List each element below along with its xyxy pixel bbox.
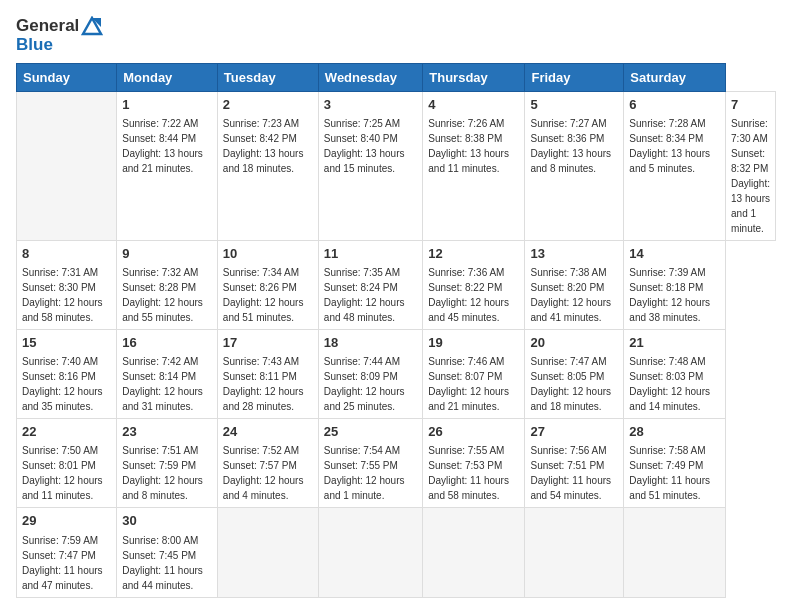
day-number: 26 <box>428 423 519 441</box>
day-number: 2 <box>223 96 313 114</box>
day-number: 27 <box>530 423 618 441</box>
calendar-cell: 4 Sunrise: 7:26 AMSunset: 8:38 PMDayligh… <box>423 91 525 240</box>
day-number: 4 <box>428 96 519 114</box>
day-number: 20 <box>530 334 618 352</box>
day-number: 3 <box>324 96 417 114</box>
day-info: Sunrise: 8:00 AMSunset: 7:45 PMDaylight:… <box>122 535 203 591</box>
calendar-cell: 28 Sunrise: 7:58 AMSunset: 7:49 PMDaylig… <box>624 419 726 508</box>
calendar-cell: 14 Sunrise: 7:39 AMSunset: 8:18 PMDaylig… <box>624 240 726 329</box>
logo: General Blue <box>16 16 103 55</box>
calendar-cell: 9 Sunrise: 7:32 AMSunset: 8:28 PMDayligh… <box>117 240 218 329</box>
day-number: 5 <box>530 96 618 114</box>
day-info: Sunrise: 7:34 AMSunset: 8:26 PMDaylight:… <box>223 267 304 323</box>
day-info: Sunrise: 7:59 AMSunset: 7:47 PMDaylight:… <box>22 535 103 591</box>
calendar-cell <box>17 91 117 240</box>
weekday-header-friday: Friday <box>525 63 624 91</box>
day-number: 1 <box>122 96 212 114</box>
day-number: 29 <box>22 512 111 530</box>
day-info: Sunrise: 7:52 AMSunset: 7:57 PMDaylight:… <box>223 445 304 501</box>
day-number: 7 <box>731 96 770 114</box>
calendar-cell: 12 Sunrise: 7:36 AMSunset: 8:22 PMDaylig… <box>423 240 525 329</box>
day-number: 24 <box>223 423 313 441</box>
day-info: Sunrise: 7:25 AMSunset: 8:40 PMDaylight:… <box>324 118 405 174</box>
calendar-cell <box>217 508 318 597</box>
logo-triangle-icon <box>81 16 103 36</box>
week-row-3: 22 Sunrise: 7:50 AMSunset: 8:01 PMDaylig… <box>17 419 776 508</box>
calendar-cell <box>525 508 624 597</box>
calendar-cell <box>318 508 422 597</box>
day-info: Sunrise: 7:48 AMSunset: 8:03 PMDaylight:… <box>629 356 710 412</box>
day-number: 19 <box>428 334 519 352</box>
day-number: 18 <box>324 334 417 352</box>
day-info: Sunrise: 7:54 AMSunset: 7:55 PMDaylight:… <box>324 445 405 501</box>
day-info: Sunrise: 7:27 AMSunset: 8:36 PMDaylight:… <box>530 118 611 174</box>
calendar-cell: 23 Sunrise: 7:51 AMSunset: 7:59 PMDaylig… <box>117 419 218 508</box>
day-info: Sunrise: 7:31 AMSunset: 8:30 PMDaylight:… <box>22 267 103 323</box>
calendar-cell: 26 Sunrise: 7:55 AMSunset: 7:53 PMDaylig… <box>423 419 525 508</box>
calendar-cell: 7 Sunrise: 7:30 AMSunset: 8:32 PMDayligh… <box>726 91 776 240</box>
weekday-header-saturday: Saturday <box>624 63 726 91</box>
day-info: Sunrise: 7:38 AMSunset: 8:20 PMDaylight:… <box>530 267 611 323</box>
calendar-cell: 24 Sunrise: 7:52 AMSunset: 7:57 PMDaylig… <box>217 419 318 508</box>
calendar-cell: 25 Sunrise: 7:54 AMSunset: 7:55 PMDaylig… <box>318 419 422 508</box>
calendar-cell: 22 Sunrise: 7:50 AMSunset: 8:01 PMDaylig… <box>17 419 117 508</box>
calendar-cell: 15 Sunrise: 7:40 AMSunset: 8:16 PMDaylig… <box>17 330 117 419</box>
day-info: Sunrise: 7:43 AMSunset: 8:11 PMDaylight:… <box>223 356 304 412</box>
day-info: Sunrise: 7:55 AMSunset: 7:53 PMDaylight:… <box>428 445 509 501</box>
day-number: 28 <box>629 423 720 441</box>
day-number: 9 <box>122 245 212 263</box>
day-number: 30 <box>122 512 212 530</box>
calendar-cell: 20 Sunrise: 7:47 AMSunset: 8:05 PMDaylig… <box>525 330 624 419</box>
day-info: Sunrise: 7:46 AMSunset: 8:07 PMDaylight:… <box>428 356 509 412</box>
weekday-header-sunday: Sunday <box>17 63 117 91</box>
day-info: Sunrise: 7:56 AMSunset: 7:51 PMDaylight:… <box>530 445 611 501</box>
calendar-cell: 11 Sunrise: 7:35 AMSunset: 8:24 PMDaylig… <box>318 240 422 329</box>
calendar-cell <box>423 508 525 597</box>
week-row-2: 15 Sunrise: 7:40 AMSunset: 8:16 PMDaylig… <box>17 330 776 419</box>
day-info: Sunrise: 7:44 AMSunset: 8:09 PMDaylight:… <box>324 356 405 412</box>
calendar-cell: 3 Sunrise: 7:25 AMSunset: 8:40 PMDayligh… <box>318 91 422 240</box>
week-row-4: 29 Sunrise: 7:59 AMSunset: 7:47 PMDaylig… <box>17 508 776 597</box>
calendar-cell: 5 Sunrise: 7:27 AMSunset: 8:36 PMDayligh… <box>525 91 624 240</box>
day-number: 16 <box>122 334 212 352</box>
calendar-cell: 29 Sunrise: 7:59 AMSunset: 7:47 PMDaylig… <box>17 508 117 597</box>
day-number: 25 <box>324 423 417 441</box>
calendar-cell: 16 Sunrise: 7:42 AMSunset: 8:14 PMDaylig… <box>117 330 218 419</box>
page-header: General Blue <box>16 16 776 55</box>
calendar-cell: 6 Sunrise: 7:28 AMSunset: 8:34 PMDayligh… <box>624 91 726 240</box>
day-info: Sunrise: 7:42 AMSunset: 8:14 PMDaylight:… <box>122 356 203 412</box>
day-info: Sunrise: 7:50 AMSunset: 8:01 PMDaylight:… <box>22 445 103 501</box>
calendar-cell: 10 Sunrise: 7:34 AMSunset: 8:26 PMDaylig… <box>217 240 318 329</box>
calendar-cell: 19 Sunrise: 7:46 AMSunset: 8:07 PMDaylig… <box>423 330 525 419</box>
day-number: 14 <box>629 245 720 263</box>
calendar-cell: 27 Sunrise: 7:56 AMSunset: 7:51 PMDaylig… <box>525 419 624 508</box>
calendar-cell: 2 Sunrise: 7:23 AMSunset: 8:42 PMDayligh… <box>217 91 318 240</box>
weekday-header-thursday: Thursday <box>423 63 525 91</box>
calendar-cell: 1 Sunrise: 7:22 AMSunset: 8:44 PMDayligh… <box>117 91 218 240</box>
header-row: SundayMondayTuesdayWednesdayThursdayFrid… <box>17 63 776 91</box>
day-info: Sunrise: 7:51 AMSunset: 7:59 PMDaylight:… <box>122 445 203 501</box>
weekday-header-tuesday: Tuesday <box>217 63 318 91</box>
calendar-cell: 18 Sunrise: 7:44 AMSunset: 8:09 PMDaylig… <box>318 330 422 419</box>
day-info: Sunrise: 7:35 AMSunset: 8:24 PMDaylight:… <box>324 267 405 323</box>
day-number: 17 <box>223 334 313 352</box>
day-info: Sunrise: 7:22 AMSunset: 8:44 PMDaylight:… <box>122 118 203 174</box>
calendar-table: SundayMondayTuesdayWednesdayThursdayFrid… <box>16 63 776 598</box>
day-info: Sunrise: 7:23 AMSunset: 8:42 PMDaylight:… <box>223 118 304 174</box>
day-number: 10 <box>223 245 313 263</box>
calendar-cell: 13 Sunrise: 7:38 AMSunset: 8:20 PMDaylig… <box>525 240 624 329</box>
calendar-cell: 17 Sunrise: 7:43 AMSunset: 8:11 PMDaylig… <box>217 330 318 419</box>
day-number: 21 <box>629 334 720 352</box>
day-number: 6 <box>629 96 720 114</box>
day-info: Sunrise: 7:40 AMSunset: 8:16 PMDaylight:… <box>22 356 103 412</box>
weekday-header-monday: Monday <box>117 63 218 91</box>
weekday-header-wednesday: Wednesday <box>318 63 422 91</box>
day-info: Sunrise: 7:47 AMSunset: 8:05 PMDaylight:… <box>530 356 611 412</box>
day-number: 15 <box>22 334 111 352</box>
day-number: 12 <box>428 245 519 263</box>
week-row-1: 8 Sunrise: 7:31 AMSunset: 8:30 PMDayligh… <box>17 240 776 329</box>
day-info: Sunrise: 7:39 AMSunset: 8:18 PMDaylight:… <box>629 267 710 323</box>
day-info: Sunrise: 7:30 AMSunset: 8:32 PMDaylight:… <box>731 118 770 234</box>
day-info: Sunrise: 7:32 AMSunset: 8:28 PMDaylight:… <box>122 267 203 323</box>
calendar-cell: 30 Sunrise: 8:00 AMSunset: 7:45 PMDaylig… <box>117 508 218 597</box>
